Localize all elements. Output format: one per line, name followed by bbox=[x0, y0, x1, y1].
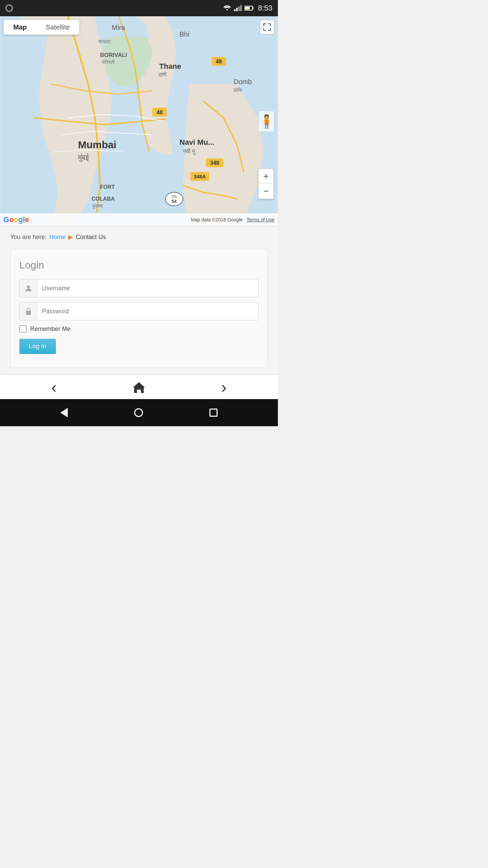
map-attribution: Map data ©2018 Google Terms of Use bbox=[191, 217, 274, 222]
login-title: Login bbox=[19, 259, 259, 271]
svg-text:348: 348 bbox=[210, 160, 219, 166]
login-button[interactable]: Log in bbox=[19, 339, 56, 354]
svg-text:54: 54 bbox=[172, 199, 177, 204]
username-input-group bbox=[19, 279, 259, 297]
browser-forward-button[interactable]: › bbox=[215, 375, 233, 399]
svg-text:ठाणे: ठाणे bbox=[158, 71, 167, 78]
zoom-out-button[interactable]: − bbox=[259, 184, 273, 199]
svg-rect-3 bbox=[240, 5, 242, 11]
page-content: You are here: Home ▶ Contact Us Login bbox=[0, 226, 278, 375]
map-data-label: Map data ©2018 Google bbox=[191, 217, 243, 222]
battery-icon: ⚡ bbox=[244, 5, 254, 11]
android-recents-button[interactable] bbox=[209, 409, 218, 417]
status-bar: ⚡ 8:53 bbox=[0, 0, 278, 16]
back-triangle-icon bbox=[60, 408, 68, 417]
android-back-button[interactable] bbox=[60, 408, 68, 417]
username-field[interactable] bbox=[37, 281, 258, 296]
svg-rect-0 bbox=[234, 9, 236, 11]
expand-map-button[interactable] bbox=[260, 20, 274, 35]
google-logo: Google bbox=[3, 215, 29, 224]
breadcrumb: You are here: Home ▶ Contact Us bbox=[10, 233, 268, 241]
svg-text:BORIVALI: BORIVALI bbox=[100, 52, 127, 58]
svg-rect-2 bbox=[238, 6, 240, 11]
svg-text:नवी मु: नवी मु bbox=[183, 148, 196, 155]
svg-text:डोम्बि: डोम्बि bbox=[233, 87, 242, 93]
satellite-tab[interactable]: Satellite bbox=[36, 20, 79, 35]
street-view-person[interactable]: 🧍 bbox=[259, 111, 274, 132]
browser-back-button[interactable]: ‹ bbox=[44, 375, 63, 399]
login-card: Login Remember Me bbox=[10, 249, 268, 368]
remember-me-checkbox[interactable] bbox=[19, 325, 27, 333]
password-input-group bbox=[19, 302, 259, 320]
zoom-controls[interactable]: + − bbox=[258, 169, 274, 199]
signal-icon bbox=[234, 5, 242, 11]
zoom-in-button[interactable]: + bbox=[259, 169, 273, 184]
password-icon bbox=[20, 302, 37, 320]
map-container[interactable]: Mumbai मुंबई Thane ठाणे BORIVALI बोरिवली… bbox=[0, 16, 278, 226]
svg-text:FORT: FORT bbox=[100, 184, 115, 190]
lock-icon bbox=[25, 308, 32, 315]
svg-point-36 bbox=[27, 285, 30, 289]
svg-rect-1 bbox=[236, 8, 238, 11]
svg-text:COLABA: COLABA bbox=[92, 196, 115, 202]
svg-text:कुलाबा: कुलाबा bbox=[92, 203, 103, 209]
android-nav-bar bbox=[0, 399, 278, 426]
remember-me-label: Remember Me bbox=[30, 326, 70, 333]
svg-text:मुंबई: मुंबई bbox=[78, 153, 89, 162]
person-icon bbox=[25, 284, 32, 292]
svg-text:Mira: Mira bbox=[112, 24, 125, 31]
remember-me-row: Remember Me bbox=[19, 325, 259, 333]
expand-icon bbox=[263, 23, 271, 31]
status-time: 8:53 bbox=[258, 4, 272, 13]
android-home-button[interactable] bbox=[134, 408, 143, 417]
terms-link[interactable]: Terms of Use bbox=[247, 217, 274, 222]
breadcrumb-current: Contact Us bbox=[76, 234, 106, 241]
browser-nav-bar: ‹ › bbox=[0, 375, 278, 399]
username-icon bbox=[20, 279, 37, 297]
svg-text:Domb: Domb bbox=[234, 78, 252, 85]
map-footer: Google Map data ©2018 Google Terms of Us… bbox=[0, 213, 278, 226]
svg-text:बोरिवली: बोरिवली bbox=[101, 59, 115, 65]
svg-text:Bhi: Bhi bbox=[180, 31, 189, 38]
home-circle-icon bbox=[134, 408, 143, 417]
breadcrumb-arrow-icon: ▶ bbox=[68, 233, 73, 241]
browser-home-button[interactable] bbox=[125, 378, 152, 396]
status-bar-left bbox=[5, 4, 13, 12]
svg-text:Mumbai: Mumbai bbox=[78, 139, 116, 150]
status-bar-right: ⚡ 8:53 bbox=[223, 4, 272, 13]
svg-text:⚡: ⚡ bbox=[246, 7, 250, 11]
person-icon: 🧍 bbox=[259, 114, 274, 129]
breadcrumb-home-link[interactable]: Home bbox=[49, 234, 65, 241]
svg-text:Thane: Thane bbox=[159, 62, 181, 71]
wifi-icon bbox=[223, 5, 231, 11]
map-toggle[interactable]: Map Satellite bbox=[3, 20, 80, 35]
svg-rect-5 bbox=[252, 7, 253, 9]
svg-text:मायदर: मायदर bbox=[98, 39, 111, 44]
svg-rect-37 bbox=[26, 311, 31, 315]
svg-text:Navi Mu...: Navi Mu... bbox=[180, 138, 214, 146]
you-are-here-label: You are here: bbox=[10, 234, 46, 241]
home-icon bbox=[132, 381, 146, 394]
password-field[interactable] bbox=[37, 304, 258, 319]
svg-text:48: 48 bbox=[216, 59, 222, 64]
map-tab[interactable]: Map bbox=[4, 20, 36, 35]
map-svg: Mumbai मुंबई Thane ठाणे BORIVALI बोरिवली… bbox=[0, 16, 278, 226]
recents-square-icon bbox=[209, 409, 218, 417]
svg-text:US: US bbox=[171, 194, 177, 198]
status-dot-icon bbox=[5, 4, 13, 12]
svg-text:348A: 348A bbox=[194, 174, 206, 179]
svg-text:48: 48 bbox=[157, 110, 163, 115]
